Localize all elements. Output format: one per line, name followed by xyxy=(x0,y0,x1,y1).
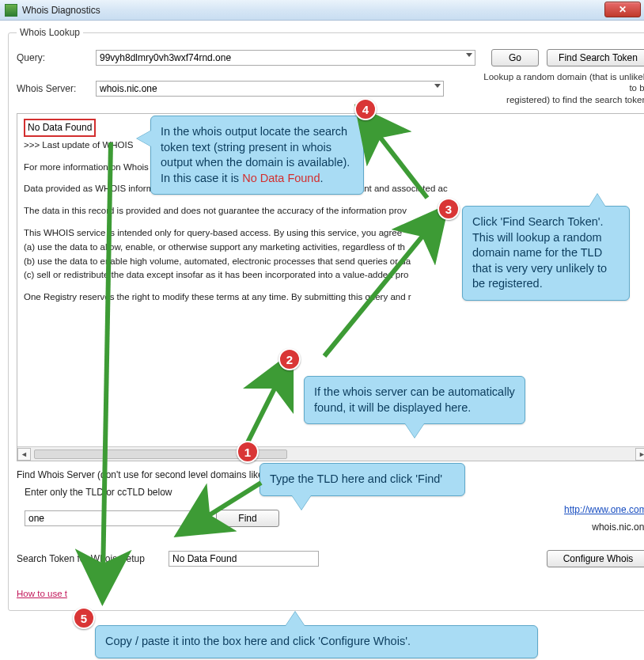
configure-whois-button[interactable]: Configure Whois xyxy=(547,550,644,567)
find-search-token-button[interactable]: Find Search Token xyxy=(547,49,644,66)
no-data-found-highlight: No Data Found xyxy=(24,119,96,137)
server-echo: whois.nic.one xyxy=(564,522,644,533)
window-body: Whois Lookup Query: Go Find Search Token… xyxy=(0,21,644,619)
whois-lookup-group: Whois Lookup Query: Go Find Search Token… xyxy=(8,27,644,611)
badge-1: 1 xyxy=(237,441,259,463)
callout-2: If the whois server can be automatically… xyxy=(304,376,525,424)
tld-input[interactable] xyxy=(25,510,206,526)
query-input[interactable] xyxy=(96,50,475,66)
close-button[interactable]: ✕ xyxy=(604,2,641,17)
callout-4: In the whois output locate the search to… xyxy=(150,116,364,195)
hint-line1: Lookup a random domain (that is unlikely… xyxy=(475,71,644,94)
app-icon xyxy=(5,4,17,17)
query-label: Query: xyxy=(17,52,88,63)
scroll-right-icon[interactable]: ► xyxy=(635,448,644,461)
callout-3: Click 'Find Search Token'. This will loo… xyxy=(462,206,630,301)
badge-4: 4 xyxy=(354,98,377,120)
callout-5: Copy / paste it into the box here and cl… xyxy=(95,625,538,658)
how-to-use-link[interactable]: How to use t xyxy=(17,589,67,598)
callout-1: Type the TLD here and click 'Find' xyxy=(259,463,465,496)
badge-3: 3 xyxy=(438,198,460,220)
horizontal-scrollbar[interactable]: ◄ ► xyxy=(17,446,644,461)
hint-line2: registered) to find the search token. xyxy=(475,94,644,105)
close-icon: ✕ xyxy=(619,4,627,15)
search-token-input[interactable] xyxy=(169,551,319,567)
registry-link[interactable]: http://www.one.com/ xyxy=(564,504,644,515)
lookup-legend: Whois Lookup xyxy=(17,27,83,38)
badge-2: 2 xyxy=(278,348,301,370)
whois-server-input[interactable] xyxy=(96,81,444,97)
window-title: Whois Diagnostics xyxy=(22,5,100,16)
titlebar: Whois Diagnostics ✕ xyxy=(0,0,644,21)
scroll-left-icon[interactable]: ◄ xyxy=(17,448,31,461)
badge-5: 5 xyxy=(73,607,95,629)
find-button[interactable]: Find xyxy=(216,510,279,527)
whois-server-label: Whois Server: xyxy=(17,83,88,94)
go-button[interactable]: Go xyxy=(491,49,539,66)
search-token-label: Search Token for Whois Setup xyxy=(17,553,159,564)
